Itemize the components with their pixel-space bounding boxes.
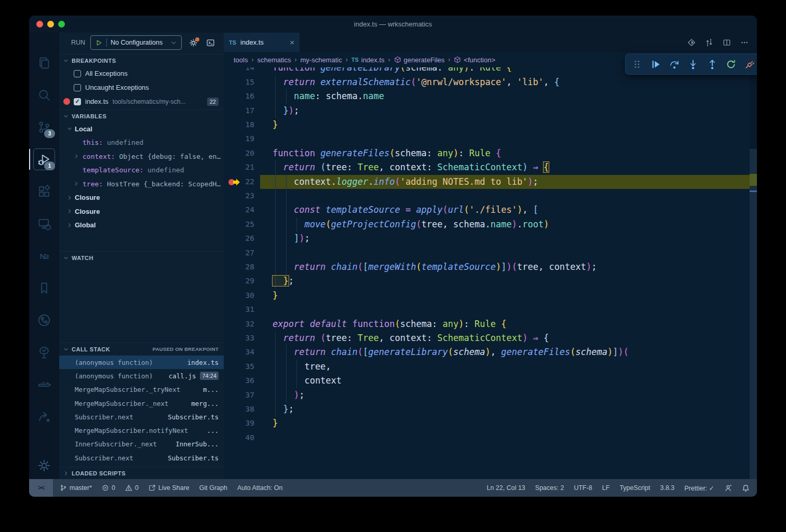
section-variables[interactable]: VARIABLES [59, 110, 224, 122]
line-number[interactable]: 37 [224, 388, 254, 403]
open-changes-button[interactable] [687, 38, 696, 47]
line-number[interactable]: 33 [224, 331, 254, 346]
tab-index-ts[interactable]: TSindex.ts× [224, 33, 300, 52]
line-number[interactable]: 27 [224, 246, 254, 261]
activity-item-run-and-debug[interactable]: 1 [32, 147, 57, 172]
code-line-17[interactable]: 17 }); [224, 104, 750, 118]
line-number[interactable]: 40 [224, 431, 254, 445]
breadcrumb-item[interactable]: generateFiles [394, 56, 445, 64]
status-item-git-graph[interactable]: Git Graph [199, 484, 227, 492]
code-line-30[interactable]: 30} [224, 289, 750, 303]
activity-item-testing[interactable] [32, 340, 57, 365]
line-number[interactable]: 32 [224, 317, 254, 332]
breakpoint-row[interactable]: All Exceptions [59, 66, 224, 80]
call-stack-frame[interactable]: Subscriber.nextSubscriber.ts [59, 451, 224, 465]
disconnect-button[interactable] [742, 57, 757, 72]
line-number[interactable]: 23 [224, 189, 254, 203]
activity-item-nx-console[interactable]: N≥ [32, 243, 57, 268]
status-item-prettier[interactable]: Prettier: ✓ [684, 484, 714, 492]
activity-item-source-control[interactable]: 3 [32, 115, 57, 140]
breakpoint-checkbox[interactable]: ✓ [74, 98, 81, 105]
status-item-auto-attach[interactable]: Auto Attach: On [237, 484, 283, 492]
code-line-21[interactable]: 21 return (tree: Tree, context: Schemati… [224, 160, 750, 175]
line-number[interactable]: 30 [224, 289, 254, 303]
code-line-40[interactable]: 40 [224, 431, 750, 445]
breakpoint-checkbox[interactable] [74, 84, 81, 91]
line-number[interactable]: 22 [224, 175, 254, 189]
variable-row[interactable]: this: undefined [59, 136, 224, 150]
code-line-38[interactable]: 38 }; [224, 402, 750, 417]
scrollbar-slider[interactable] [750, 149, 757, 484]
line-number[interactable]: 39 [224, 416, 254, 431]
status-item-notifications[interactable] [742, 484, 750, 492]
step-into-button[interactable] [685, 57, 701, 72]
code-line-25[interactable]: 25 move(getProjectConfig(tree, schema.na… [224, 217, 750, 232]
line-number[interactable]: 28 [224, 260, 254, 275]
status-item-indentation[interactable]: Spaces: 2 [535, 484, 564, 492]
code-line-32[interactable]: 32export default function(schema: any): … [224, 317, 750, 332]
remote-indicator[interactable]: >< [29, 479, 53, 497]
activity-item-bookmarks[interactable] [32, 276, 57, 301]
code-line-23[interactable]: 23 [224, 189, 750, 203]
line-number[interactable]: 16 [224, 89, 254, 104]
line-number[interactable]: 20 [224, 146, 254, 161]
line-number[interactable]: 36 [224, 374, 254, 388]
scrollbar[interactable] [750, 67, 757, 479]
activity-item-remote-explorer[interactable] [32, 211, 57, 236]
code-line-39[interactable]: 39} [224, 416, 750, 431]
variable-scope-global[interactable]: Global [59, 219, 224, 233]
tab-close-icon[interactable]: × [290, 38, 294, 47]
breakpoint-checkbox[interactable] [74, 70, 81, 77]
line-number[interactable]: 35 [224, 360, 254, 374]
breakpoint-row[interactable]: Uncaught Exceptions [59, 80, 224, 94]
status-item-eol[interactable]: LF [602, 484, 610, 492]
call-stack-frame[interactable]: MergeMapSubscriber.notifyNext... [59, 424, 224, 438]
code-line-33[interactable]: 33 return (tree: Tree, context: Schemati… [224, 331, 750, 346]
code-line-31[interactable]: 31 [224, 303, 750, 317]
continue-button[interactable] [648, 57, 663, 72]
code-line-27[interactable]: 27 [224, 246, 750, 261]
code-line-24[interactable]: 24 const templateSource = apply(url('./f… [224, 203, 750, 217]
activity-item-extensions[interactable] [32, 179, 57, 204]
line-number[interactable]: 17 [224, 104, 254, 118]
call-stack-frame[interactable]: MergeMapSubscriber._nextmerg... [59, 397, 224, 410]
line-number[interactable]: 34 [224, 345, 254, 360]
activity-item-docker[interactable] [32, 372, 57, 397]
breadcrumb-item[interactable]: my-schematic [301, 56, 342, 64]
code-line-26[interactable]: 26 ]); [224, 231, 750, 246]
breadcrumb-item[interactable]: <function> [454, 56, 495, 64]
code-line-36[interactable]: 36 context [224, 374, 750, 388]
status-item-cursor-position[interactable]: Ln 22, Col 13 [486, 484, 525, 492]
line-number[interactable]: 26 [224, 231, 254, 246]
line-number[interactable]: 31 [224, 303, 254, 317]
breadcrumb-item[interactable]: TSindex.ts [351, 56, 385, 64]
code-line-28[interactable]: 28 return chain([mergeWith(templateSourc… [224, 260, 750, 275]
open-debug-console-button[interactable] [206, 38, 215, 47]
status-item-language-mode[interactable]: TypeScript [619, 484, 650, 492]
line-number[interactable]: 24 [224, 203, 254, 217]
line-number[interactable]: 25 [224, 217, 254, 232]
line-number[interactable]: 21 [224, 160, 254, 175]
line-number[interactable]: 29 [224, 274, 254, 289]
activity-item-search[interactable] [32, 83, 57, 107]
breadcrumb-item[interactable]: schematics [257, 56, 291, 64]
activity-item-explorer[interactable] [32, 50, 57, 75]
variable-row[interactable]: context: Object {debug: false, en… [59, 149, 224, 163]
code-line-29[interactable]: 29 }; [224, 274, 750, 289]
status-item-feedback[interactable] [724, 484, 732, 492]
call-stack-frame[interactable]: (anonymous function)index.ts [59, 356, 224, 369]
call-stack-frame[interactable]: Subscriber.nextSubscriber.ts [59, 410, 224, 424]
line-number[interactable]: 14 [224, 67, 254, 75]
status-item-ts-version[interactable]: 3.8.3 [660, 484, 674, 492]
breakpoint-row[interactable]: ✓index.tstools/schematics/my-sch...22 [59, 94, 224, 108]
breadcrumb-item[interactable]: tools [234, 56, 248, 64]
restart-button[interactable] [723, 57, 739, 72]
line-number[interactable]: 38 [224, 402, 254, 417]
variable-scope-closure[interactable]: Closure [59, 204, 224, 219]
split-editor-button[interactable] [723, 38, 731, 47]
call-stack-frame[interactable]: InnerSubscriber._nextInnerSub... [59, 438, 224, 451]
code-line-18[interactable]: 18} [224, 118, 750, 132]
status-item-errors[interactable]: 0 [102, 484, 115, 492]
status-item-encoding[interactable]: UTF-8 [574, 484, 592, 492]
status-item-git-branch[interactable]: master* [60, 484, 92, 492]
